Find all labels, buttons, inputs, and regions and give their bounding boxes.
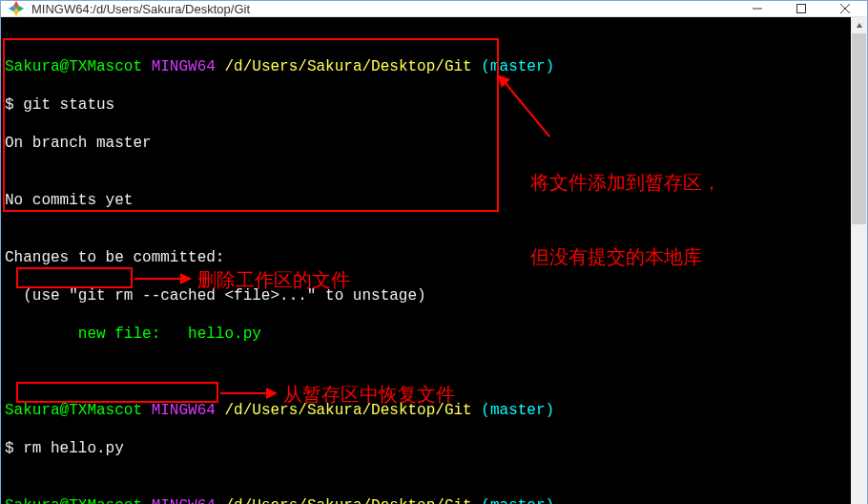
status-nocommits: No commits yet bbox=[5, 192, 133, 209]
terminal[interactable]: Sakura@TXMascot MINGW64 /d/Users/Sakura/… bbox=[1, 17, 851, 504]
cmd-rm: rm hello.py bbox=[23, 440, 124, 457]
status-branch: On branch master bbox=[5, 135, 152, 152]
window-controls bbox=[735, 1, 867, 16]
status-newfile: new file: hello.py bbox=[5, 326, 261, 343]
maximize-button[interactable] bbox=[779, 1, 823, 16]
scroll-up-button[interactable] bbox=[851, 17, 867, 33]
cmd-git-status: git status bbox=[23, 96, 114, 114]
terminal-wrapper: Sakura@TXMascot MINGW64 /d/Users/Sakura/… bbox=[1, 17, 867, 504]
svg-marker-7 bbox=[180, 273, 192, 284]
status-hint: (use "git rm --cached <file>..." to unst… bbox=[5, 287, 426, 304]
svg-rect-1 bbox=[797, 5, 806, 13]
prompt-path: /d/Users/Sakura/Desktop/Git bbox=[224, 58, 471, 75]
prompt-user: Sakura@TXMascot bbox=[5, 58, 142, 75]
scrollbar[interactable] bbox=[851, 17, 867, 504]
prompt-branch: (master) bbox=[481, 58, 554, 75]
scroll-thumb[interactable] bbox=[852, 33, 866, 224]
close-button[interactable] bbox=[823, 1, 867, 16]
mintty-icon bbox=[9, 1, 24, 16]
minimize-button[interactable] bbox=[735, 1, 779, 16]
titlebar: MINGW64:/d/Users/Sakura/Desktop/Git bbox=[1, 1, 867, 17]
status-changes: Changes to be committed: bbox=[5, 249, 224, 266]
window: MINGW64:/d/Users/Sakura/Desktop/Git Saku… bbox=[0, 0, 868, 504]
annotation-box-2 bbox=[16, 267, 133, 288]
svg-marker-9 bbox=[266, 388, 278, 399]
annotation-box-3 bbox=[16, 382, 218, 403]
window-title: MINGW64:/d/Users/Sakura/Desktop/Git bbox=[31, 2, 735, 16]
prompt-env: MINGW64 bbox=[152, 58, 216, 75]
arrow-3 bbox=[220, 384, 278, 403]
svg-marker-10 bbox=[857, 23, 862, 28]
arrow-2 bbox=[134, 269, 192, 288]
svg-marker-5 bbox=[497, 74, 510, 88]
